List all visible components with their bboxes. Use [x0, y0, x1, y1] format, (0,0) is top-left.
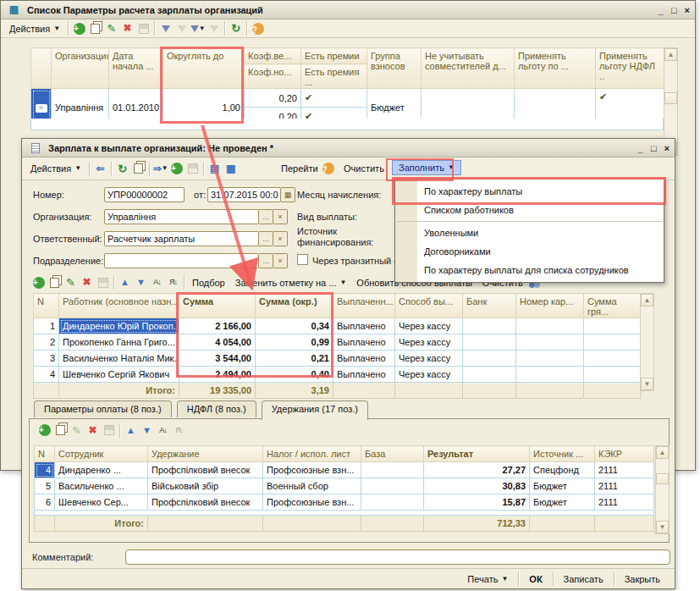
- sort-asc-icon[interactable]: А↓: [149, 275, 165, 290]
- cell-prem1[interactable]: ✔: [301, 89, 367, 108]
- move-up-icon[interactable]: ▲: [123, 423, 139, 438]
- cell-employee[interactable]: Шевченко Сер...: [55, 494, 148, 511]
- output-icon[interactable]: ⇒▼: [152, 162, 168, 176]
- add-copy-icon[interactable]: [47, 275, 63, 290]
- cell-bank[interactable]: [463, 318, 516, 334]
- cell-n[interactable]: 6: [35, 494, 55, 511]
- menu-item-by-payment-type[interactable]: По характеру выплаты: [395, 182, 664, 201]
- select-icon[interactable]: ...: [259, 253, 273, 268]
- scroll-thumb[interactable]: [664, 92, 677, 104]
- close-button[interactable]: Закрыть: [617, 572, 668, 586]
- col-header-dirty[interactable]: Сумма гря...: [584, 294, 641, 318]
- cell-tax[interactable]: Профсоюзные взн...: [263, 462, 361, 478]
- minimize-button[interactable]: _: [659, 4, 664, 16]
- cell-n[interactable]: 3: [34, 351, 59, 367]
- reread-icon[interactable]: ↻: [114, 162, 130, 176]
- table-row[interactable]: 4 Диндаренко ... Профспілковий внесок Пр…: [35, 462, 654, 478]
- select-icon[interactable]: ...: [259, 209, 273, 224]
- cell-way[interactable]: Через кассу: [395, 351, 463, 367]
- maximize-button[interactable]: □: [671, 4, 677, 16]
- col-header-round[interactable]: Округлять до: [163, 48, 245, 89]
- scroll-up-icon[interactable]: ▲: [664, 48, 677, 61]
- cell-way[interactable]: Через кассу: [395, 318, 463, 334]
- col-header-group[interactable]: Группа взносов: [367, 48, 422, 89]
- cell-dirty[interactable]: [584, 334, 641, 351]
- dept-field[interactable]: ... ×: [104, 253, 288, 268]
- col-header-n[interactable]: N: [35, 446, 55, 462]
- clear-field-icon[interactable]: ×: [273, 253, 288, 268]
- table-row[interactable]: 1 Диндаренко Юрій Прокоп... 2 166,00 0,3…: [34, 318, 641, 334]
- scroll-thumb[interactable]: [656, 473, 669, 484]
- move-down-icon[interactable]: ▼: [133, 275, 149, 290]
- col-header-source[interactable]: Источник ...: [530, 446, 595, 462]
- col-header-employee[interactable]: Работник (основное назн...: [59, 294, 179, 318]
- cell-sum-round[interactable]: 0,21: [256, 351, 333, 367]
- cell-result[interactable]: 15,87: [424, 494, 530, 511]
- add-icon[interactable]: +: [30, 275, 47, 290]
- cell-deduction[interactable]: Військовий збір: [148, 478, 263, 494]
- col-header-base[interactable]: База: [361, 446, 424, 462]
- cell-way[interactable]: Через кассу: [395, 367, 463, 383]
- delete-icon[interactable]: ✖: [79, 275, 95, 290]
- cell-sum[interactable]: 4 054,00: [179, 334, 256, 351]
- add-copy-icon[interactable]: [52, 423, 69, 438]
- cell-sum[interactable]: 3 544,00: [179, 351, 256, 367]
- help-icon[interactable]: ?: [320, 162, 336, 176]
- cell-sum[interactable]: 2 166,00: [179, 318, 256, 334]
- table-row[interactable]: 3 Васильченко Наталія Мик... 3 544,00 0,…: [34, 351, 641, 367]
- maximize-button[interactable]: □: [651, 142, 657, 154]
- col-header-deduction[interactable]: Удержание: [148, 446, 263, 462]
- menu-item-dismissed[interactable]: Уволенными: [395, 224, 664, 242]
- cell-n[interactable]: 1: [34, 318, 59, 334]
- table-row[interactable]: 6 Шевченко Сер... Профспілковий внесок П…: [35, 494, 654, 511]
- table-row[interactable]: 2 Прокопенко Ганна Григо... 4 054,00 0,9…: [34, 334, 641, 351]
- col-header-result[interactable]: Результат: [424, 446, 530, 462]
- cell-dirty[interactable]: [584, 367, 641, 383]
- cell-deduction[interactable]: Профспілковий внесок: [148, 462, 263, 478]
- cell-source[interactable]: Бюджет: [530, 478, 595, 494]
- cell-employee[interactable]: Васильченко ...: [55, 478, 148, 494]
- clear-button[interactable]: Очистить: [339, 162, 389, 175]
- col-header-kekr[interactable]: КЭКР: [595, 446, 654, 462]
- cell-deduction[interactable]: Профспілковий внесок: [148, 494, 263, 511]
- filter-by-value-icon[interactable]: ▼: [190, 21, 206, 36]
- actions-button[interactable]: Действия▼: [4, 22, 65, 36]
- add-icon[interactable]: +: [71, 21, 87, 36]
- col-header-card[interactable]: Номер кар...: [516, 294, 584, 318]
- cell-employee[interactable]: Васильченко Наталія Мик...: [59, 351, 179, 367]
- tab-payment-params[interactable]: Параметры оплаты (8 поз.): [34, 400, 172, 417]
- save-button[interactable]: Записать: [556, 572, 611, 586]
- cell-tax[interactable]: Профсоюзные взн...: [263, 494, 361, 511]
- refresh-icon[interactable]: ↻: [228, 21, 244, 36]
- transit-checkbox[interactable]: [297, 254, 308, 265]
- cell-card[interactable]: [516, 334, 584, 351]
- col-header-prem1[interactable]: Есть премии: [301, 48, 367, 64]
- replace-mark-button[interactable]: Заменить отметку на ...▼: [230, 276, 352, 290]
- copy-icon[interactable]: [130, 162, 146, 176]
- sort-asc-icon[interactable]: А↓: [155, 423, 171, 438]
- close-button[interactable]: ×: [664, 142, 670, 154]
- move-down-icon[interactable]: ▼: [139, 423, 155, 438]
- col-header-k2[interactable]: Коэф.но...: [245, 64, 301, 89]
- col-header-tax[interactable]: Налог / испол. лист: [263, 446, 361, 462]
- cell-sum[interactable]: 2 494,00: [179, 367, 256, 383]
- ok-button[interactable]: ОК: [521, 572, 549, 586]
- col-header-org[interactable]: Организация: [52, 48, 109, 89]
- cell-paid[interactable]: Выплачено: [333, 367, 395, 383]
- filter-settings-icon[interactable]: [157, 21, 174, 36]
- comment-input[interactable]: [125, 550, 670, 565]
- minimize-button[interactable]: _: [638, 142, 643, 154]
- scroll-down-icon[interactable]: ▼: [641, 378, 653, 390]
- cell-base[interactable]: [361, 494, 424, 511]
- fill-button[interactable]: Заполнить▼: [392, 160, 461, 175]
- cell-k1[interactable]: 0,20: [245, 89, 301, 108]
- cell-tax[interactable]: Военный сбор: [263, 478, 361, 494]
- edit-icon[interactable]: ✎: [103, 21, 119, 36]
- window2-titlebar[interactable]: Зарплата к выплате организаций: Не прове…: [22, 139, 675, 157]
- scroll-down-icon[interactable]: ▼: [656, 521, 669, 533]
- add-icon[interactable]: +: [36, 423, 52, 438]
- col-header-prem2[interactable]: Есть премия ...: [301, 64, 367, 89]
- col-header-marker[interactable]: [31, 48, 52, 89]
- scroll-up-icon[interactable]: ▲: [641, 294, 653, 307]
- cell-n[interactable]: 4: [35, 462, 55, 478]
